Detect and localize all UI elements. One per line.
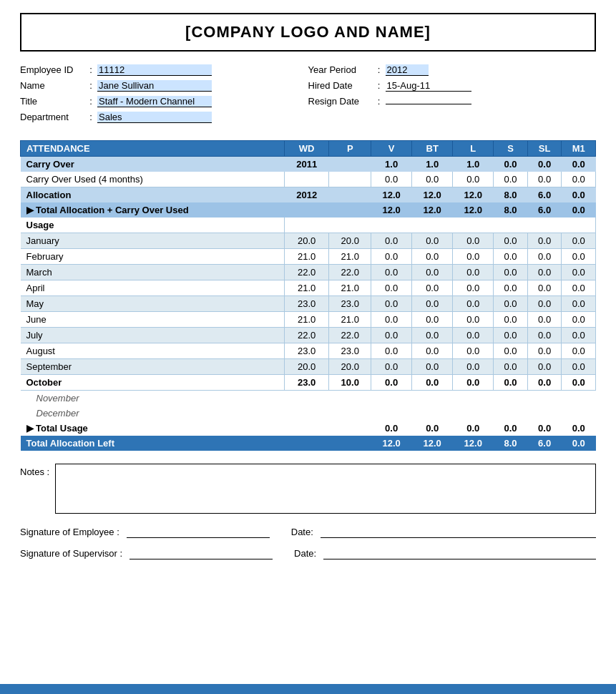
row-p: 22.0 [329, 265, 371, 280]
col-m1: M1 [562, 141, 596, 157]
table-row: Allocation201212.012.012.08.06.00.0 [21, 187, 596, 203]
row-wd: 23.0 [284, 296, 329, 312]
row-l: 0.0 [453, 233, 494, 249]
table-section: ATTENDANCE WD P V BT L S SL M1 Carry Ove… [20, 140, 596, 451]
table-row: October23.010.00.00.00.00.00.00.0 [21, 375, 596, 391]
row-sl: 0.0 [527, 280, 562, 296]
row-sl: 0.0 [527, 233, 562, 249]
row-l: 0.0 [453, 359, 494, 375]
row-l: 0.0 [453, 265, 494, 280]
table-row: September20.020.00.00.00.00.00.00.0 [21, 359, 596, 375]
row-v: 0.0 [371, 296, 412, 312]
row-wd: 23.0 [284, 375, 329, 391]
row-m1: 0.0 [562, 187, 596, 203]
title-row: Title : Staff - Modern Channel [20, 96, 308, 107]
employee-sig-label: Signature of Employee : [20, 527, 119, 537]
row-m1: 0.0 [562, 296, 596, 312]
row-l: 12.0 [453, 436, 494, 451]
row-bt: 0.0 [412, 375, 453, 391]
row-wd: 22.0 [284, 328, 329, 343]
row-sl: 0.0 [527, 343, 562, 359]
supervisor-sig-row: Signature of Supervisor : Date: [20, 548, 596, 559]
row-p: 10.0 [329, 375, 371, 391]
row-wd: 2012 [284, 187, 329, 203]
col-p: P [329, 141, 371, 157]
row-label: January [21, 233, 285, 249]
row-v: 0.0 [371, 280, 412, 296]
row-v: 12.0 [371, 202, 412, 218]
col-v: V [371, 141, 412, 157]
row-p [329, 187, 371, 203]
row-p [329, 172, 371, 187]
row-p: 22.0 [329, 328, 371, 343]
row-s: 0.0 [494, 265, 528, 280]
row-l: 0.0 [453, 249, 494, 265]
row-bt: 0.0 [412, 312, 453, 328]
row-m1: 0.0 [562, 343, 596, 359]
notes-label: Notes : [20, 464, 49, 477]
row-sl: 0.0 [527, 265, 562, 280]
row-label: February [21, 249, 285, 265]
table-row: Carry Over20111.01.01.00.00.00.0 [21, 157, 596, 172]
row-v: 0.0 [371, 312, 412, 328]
table-row: May23.023.00.00.00.00.00.00.0 [21, 296, 596, 312]
row-wd: 20.0 [284, 359, 329, 375]
resign-label: Resign Date [308, 96, 373, 107]
row-p: 21.0 [329, 249, 371, 265]
row-s: 8.0 [494, 187, 528, 203]
row-v: 0.0 [371, 265, 412, 280]
row-label: November [21, 391, 285, 406]
employee-date-line [321, 527, 596, 538]
table-row: ▶ Total Allocation + Carry Over Used12.0… [21, 202, 596, 218]
row-sl: 0.0 [527, 172, 562, 187]
row-label: August [21, 343, 285, 359]
row-p [329, 157, 371, 172]
col-bt: BT [412, 141, 453, 157]
col-wd: WD [284, 141, 329, 157]
row-s: 0.0 [494, 172, 528, 187]
year-colon: : [373, 64, 386, 75]
hired-row: Hired Date : 15-Aug-11 [308, 80, 597, 92]
row-sl: 0.0 [527, 296, 562, 312]
row-sl: 6.0 [527, 436, 562, 451]
row-p: 23.0 [329, 296, 371, 312]
row-bt: 12.0 [412, 202, 453, 218]
row-bt: 12.0 [412, 187, 453, 203]
row-wd: 21.0 [284, 249, 329, 265]
resign-colon: : [373, 96, 386, 107]
row-l: 0.0 [453, 280, 494, 296]
row-label: June [21, 312, 285, 328]
hired-label: Hired Date [308, 80, 373, 91]
table-row: July22.022.00.00.00.00.00.00.0 [21, 328, 596, 343]
row-sl: 0.0 [527, 421, 562, 436]
notes-section: Notes : [20, 464, 596, 514]
row-s: 8.0 [494, 202, 528, 218]
row-label: Total Allocation Left [21, 436, 285, 451]
table-row: January20.020.00.00.00.00.00.00.0 [21, 233, 596, 249]
row-wd: 2011 [284, 157, 329, 172]
row-s: 0.0 [494, 375, 528, 391]
row-label: ▶ Total Usage [21, 421, 285, 436]
dept-label: Department [20, 112, 84, 122]
dept-colon: : [84, 112, 97, 122]
employee-id-colon: : [84, 64, 97, 75]
row-l: 0.0 [453, 172, 494, 187]
row-label: October [21, 375, 285, 391]
col-l: L [453, 141, 494, 157]
year-value: 2012 [386, 64, 429, 76]
table-row: June21.021.00.00.00.00.00.00.0 [21, 312, 596, 328]
signature-section: Signature of Employee : Date: Signature … [20, 527, 596, 570]
col-attendance: ATTENDANCE [21, 141, 285, 157]
row-v: 0.0 [371, 328, 412, 343]
title-label: Title [20, 96, 84, 107]
company-title: [COMPANY LOGO AND NAME] [36, 23, 580, 41]
row-l: 0.0 [453, 312, 494, 328]
info-section: Employee ID : 11112 Name : Jane Sullivan… [20, 64, 596, 127]
notes-box[interactable] [55, 464, 596, 514]
employee-id-row: Employee ID : 11112 [20, 64, 308, 76]
row-l: 0.0 [453, 375, 494, 391]
row-wd: 23.0 [284, 343, 329, 359]
table-row: Total Allocation Left12.012.012.08.06.00… [21, 436, 596, 451]
year-row: Year Period : 2012 [308, 64, 597, 76]
row-bt: 0.0 [412, 328, 453, 343]
